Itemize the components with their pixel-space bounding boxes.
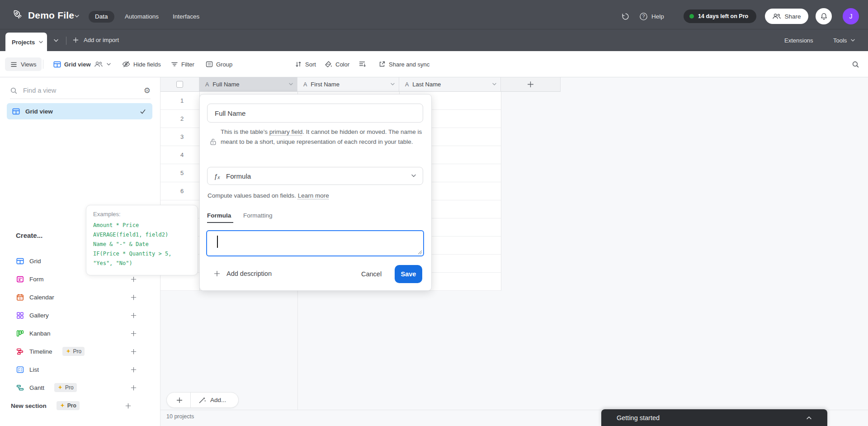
field-type-select[interactable]: ƒₓ Formula (207, 167, 423, 185)
tab-data[interactable]: Data (89, 11, 114, 23)
base-title[interactable]: Demo File (28, 10, 74, 21)
base-title-chevron-icon[interactable] (74, 14, 80, 18)
sidebar-item-list[interactable]: List (9, 361, 151, 378)
column-menu-chevron-icon[interactable] (390, 83, 395, 86)
find-view-input[interactable] (23, 87, 138, 94)
trial-badge[interactable]: 14 days left on Pro (684, 9, 756, 23)
hide-fields-button[interactable]: Hide fields (122, 51, 161, 77)
row-number: 2 (180, 115, 184, 122)
trial-badge-label: 14 days left on Pro (698, 13, 748, 19)
column-header-first-name[interactable]: A First Name (297, 77, 399, 92)
tab-formatting[interactable]: Formatting (243, 212, 273, 219)
add-view-button[interactable] (130, 294, 137, 301)
table-tab-label: Projects (12, 39, 35, 46)
extensions-button[interactable]: Extensions (784, 37, 813, 44)
filter-button[interactable]: Filter (171, 51, 194, 77)
add-view-button[interactable] (130, 348, 137, 355)
view-settings-gear-icon[interactable]: ⚙ (144, 86, 151, 95)
tab-formula[interactable]: Formula (207, 212, 231, 219)
view-switcher-button[interactable]: Grid view (53, 51, 111, 77)
timeline-icon (16, 348, 24, 355)
column-header-last-name[interactable]: A Last Name (399, 77, 501, 92)
item-label: Gantt (29, 384, 44, 391)
add-field-button[interactable] (501, 77, 561, 92)
share-and-sync-button[interactable]: Share and sync (378, 51, 429, 77)
select-all-header-cell[interactable] (160, 77, 199, 92)
help-label: Help (651, 13, 664, 20)
add-or-import-label: Add or import (84, 37, 119, 43)
learn-more-link[interactable]: Learn more (298, 192, 329, 199)
sidebar-item-calendar[interactable]: 31 Calendar (9, 289, 151, 305)
sparkle-icon (57, 385, 63, 390)
sidebar-item-gallery[interactable]: Gallery (9, 307, 151, 323)
external-link-icon (378, 61, 386, 68)
menu-icon (10, 62, 17, 67)
cancel-button[interactable]: Cancel (361, 270, 382, 278)
tab-interfaces[interactable]: Interfaces (166, 11, 206, 23)
formula-input[interactable] (206, 230, 424, 256)
sort-button[interactable]: Sort (295, 51, 316, 77)
sidebar-item-kanban[interactable]: Kanban (9, 325, 151, 341)
add-view-button[interactable] (130, 276, 137, 283)
kanban-icon (16, 330, 24, 337)
field-type-help: Compute values based on fields. Learn mo… (208, 192, 329, 199)
tools-button[interactable]: Tools (833, 37, 855, 44)
column-header-full-name[interactable]: A Full Name (199, 77, 297, 92)
sidebar-item-gantt[interactable]: Gantt Pro (9, 379, 151, 396)
sidebar-item-new-section[interactable]: New section Pro (4, 398, 151, 414)
notifications-button[interactable] (816, 8, 832, 24)
field-name-input[interactable] (207, 104, 423, 123)
color-button[interactable]: Color (325, 51, 349, 77)
add-description-button[interactable]: Add description (213, 270, 272, 277)
search-icon[interactable] (852, 61, 859, 68)
share-button[interactable]: Share (765, 9, 808, 24)
column-menu-chevron-icon[interactable] (288, 83, 293, 86)
item-label: Gallery (29, 312, 49, 319)
help-button[interactable]: ? Help (639, 12, 664, 21)
eye-off-icon (122, 61, 130, 68)
top-header: Demo File Data Automations Interfaces ? … (0, 0, 868, 29)
grid-icon (16, 257, 24, 265)
sidebar-view-grid-view[interactable]: Grid view (7, 103, 152, 119)
column-menu-chevron-icon[interactable] (492, 83, 497, 86)
sort-icon (295, 61, 302, 68)
row-height-button[interactable] (359, 51, 366, 77)
plus-icon (167, 397, 190, 404)
add-view-button[interactable] (130, 312, 137, 319)
table-tab-projects[interactable]: Projects (5, 33, 47, 52)
help-text: Compute values based on fields. (208, 192, 296, 199)
tools-chevron-icon (850, 39, 855, 42)
sort-label: Sort (305, 61, 316, 68)
tables-dropdown-chevron-icon[interactable] (53, 39, 59, 43)
getting-started-bar[interactable]: Getting started (601, 409, 827, 426)
text-caret (217, 236, 218, 248)
sidebar-item-timeline[interactable]: Timeline Pro (9, 343, 151, 360)
item-label: Calendar (29, 294, 54, 301)
add-section-button[interactable] (125, 402, 132, 409)
row-number: 3 (180, 133, 184, 140)
tab-automations[interactable]: Automations (118, 11, 165, 23)
select-all-checkbox[interactable] (176, 81, 183, 88)
paint-icon (325, 61, 332, 68)
pro-badge: Pro (62, 347, 85, 356)
sidebar-divider (10, 99, 151, 99)
add-view-button[interactable] (130, 330, 137, 337)
save-button[interactable]: Save (395, 265, 422, 283)
table-tab-chevron-icon (38, 41, 43, 44)
group-button[interactable]: Group (206, 51, 232, 77)
example-line: Name & "-" & Date (93, 240, 191, 249)
sparkle-icon (66, 349, 71, 354)
resize-handle-icon[interactable] (418, 250, 422, 255)
avatar[interactable]: J (843, 8, 859, 24)
add-record-pill[interactable]: Add... (166, 392, 239, 408)
add-or-import-button[interactable]: Add or import (72, 37, 119, 43)
add-view-button[interactable] (130, 366, 137, 373)
magic-wand-icon (191, 396, 210, 404)
add-view-button[interactable] (130, 384, 137, 391)
row-number: 1 (180, 97, 184, 104)
history-icon[interactable] (621, 12, 630, 21)
views-toggle-button[interactable]: Views (5, 57, 42, 71)
views-label: Views (21, 61, 36, 68)
pro-badge: Pro (57, 401, 80, 410)
find-view-row: ⚙ (10, 84, 151, 97)
